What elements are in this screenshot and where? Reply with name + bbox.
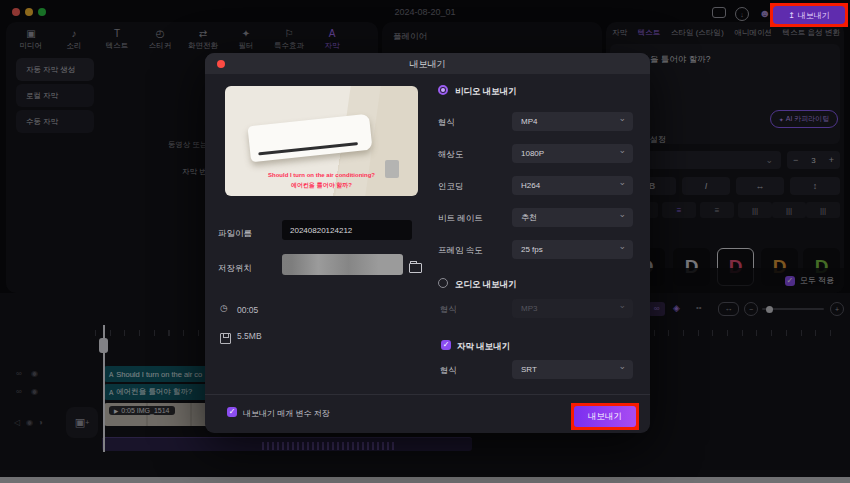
audio-export-radio[interactable]	[438, 278, 448, 288]
encoding-dropdown[interactable]: H264⌄	[512, 176, 633, 195]
video-export-label: 비디오 내보내기	[455, 86, 517, 98]
export-dialog: 내보내기 Should I turn on the air conditioni…	[205, 53, 650, 433]
audio-export-label: 오디오 내보내기	[455, 279, 517, 291]
clock-icon: ◷	[220, 303, 228, 313]
subtitle-format-dropdown[interactable]: SRT⌄	[512, 360, 633, 379]
video-editor-window: 2024-08-20_01 ↓ ☻ ▣미디어 ♪소리 T텍스트 ◴스티커 ⇄화면…	[0, 0, 850, 483]
chevron-down-icon: ⌄	[618, 361, 626, 371]
framerate-dropdown[interactable]: 25 fps⌄	[512, 240, 633, 259]
titlebar-export-annotation: ↥ 내보내기	[770, 3, 848, 27]
chevron-down-icon: ⌄	[618, 241, 626, 251]
chevron-down-icon: ⌄	[618, 113, 626, 123]
chevron-down-icon: ⌄	[618, 300, 626, 310]
save-params-checkbox[interactable]: ✓	[227, 407, 237, 417]
bitrate-dropdown[interactable]: 추천⌄	[512, 208, 633, 227]
save-location-field[interactable]	[282, 254, 403, 275]
export-filesize: 5.5MB	[237, 331, 262, 341]
save-params-label: 내보내기 매개 변수 저장	[243, 408, 330, 419]
preview-caption-en: Should I turn on the air conditioning?	[225, 172, 418, 178]
resolution-label: 해상도	[438, 149, 464, 161]
subtitle-format-label: 형식	[440, 365, 457, 377]
export-button-annotation: 내보내기	[571, 403, 639, 430]
dialog-export-button[interactable]: 내보내기	[574, 406, 636, 427]
subtitle-export-checkbox[interactable]: ✓	[441, 340, 451, 350]
audio-format-label: 형식	[440, 304, 457, 316]
format-dropdown[interactable]: MP4⌄	[512, 112, 633, 131]
titlebar-export-button[interactable]: ↥ 내보내기	[773, 6, 845, 24]
filename-input[interactable]: 20240820124212	[282, 220, 412, 240]
video-preview-thumbnail: Should I turn on the air conditioning? 에…	[225, 86, 418, 196]
dialog-title: 내보내기	[205, 58, 650, 71]
framerate-label: 프레임 속도	[438, 245, 483, 257]
chevron-down-icon: ⌄	[618, 177, 626, 187]
bitrate-label: 비트 레이트	[438, 213, 483, 225]
chevron-down-icon: ⌄	[618, 145, 626, 155]
encoding-label: 인코딩	[438, 181, 464, 193]
filesize-icon	[220, 330, 231, 348]
audio-format-dropdown: MP3⌄	[512, 299, 633, 318]
video-export-radio[interactable]	[438, 85, 448, 95]
subtitle-export-label: 자막 내보내기	[457, 341, 510, 353]
preview-caption-ko: 에어컨을 틀어야 할까?	[225, 181, 418, 190]
export-duration: 00:05	[237, 305, 258, 315]
folder-icon[interactable]	[409, 259, 422, 277]
resolution-dropdown[interactable]: 1080P⌄	[512, 144, 633, 163]
dialog-footer-divider	[205, 394, 650, 395]
save-location-label: 저장위치	[218, 263, 252, 275]
upload-icon: ↥	[788, 11, 795, 20]
format-label: 형식	[438, 117, 455, 129]
filename-label: 파일이름	[218, 228, 252, 240]
dialog-titlebar: 내보내기	[205, 53, 650, 74]
chevron-down-icon: ⌄	[618, 209, 626, 219]
